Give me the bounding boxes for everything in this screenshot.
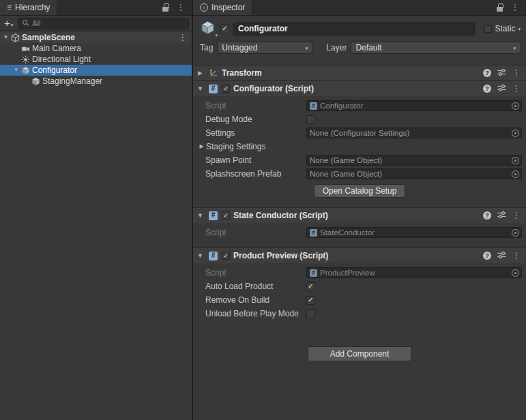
property-label: Unload Before Play Mode [205,309,306,318]
hierarchy-toolbar: + ▾ All [0,16,192,31]
component-enabled-checkbox[interactable]: ✓ [222,211,230,220]
add-component-button[interactable]: Add Component [308,346,412,361]
component-header-configurator-script[interactable]: ▼#✓Configurator (Script)? ⋮ [193,81,526,96]
script-icon: # [209,211,218,220]
object-field-value: ProductPreview [320,269,509,277]
property-value [306,115,522,124]
property-label: Settings [205,128,306,138]
inspector-tabbar-actions: ⋮ [490,0,526,15]
spawn-point-object-field[interactable]: None (Game Object) [306,155,522,166]
script-icon: # [310,229,317,237]
lock-icon[interactable] [162,7,169,12]
component-header-transform[interactable]: ▶ Transform? ⋮ [193,65,526,80]
static-checkbox[interactable] [484,25,492,33]
hierarchy-item-configurator[interactable]: ▼ Configurator [0,65,192,76]
presets-icon[interactable] [497,251,506,261]
foldout-arrow[interactable]: ▼ [196,253,205,259]
foldout-arrow[interactable]: ▼ [196,213,205,219]
hierarchy-search-input[interactable]: All [18,18,189,29]
property-label: Staging Settings [206,142,265,151]
tab-hierarchy[interactable]: ≡ Hierarchy [0,0,57,15]
component-header-actions: ? ⋮ [483,84,521,94]
script-object-field[interactable]: #StateConductor [306,227,522,238]
foldout-arrow[interactable]: ▼ [1,35,10,40]
debug-mode-checkbox[interactable] [306,115,315,124]
object-picker-icon[interactable] [512,229,519,237]
kebab-menu-icon[interactable]: ⋮ [512,252,521,260]
tag-dropdown[interactable]: Untagged ▾ [217,42,312,54]
hierarchy-item-main-camera[interactable]: Main Camera [0,43,192,54]
property-label: Auto Load Product [205,282,306,291]
auto-load-product-checkbox[interactable]: ✓ [306,282,315,291]
object-picker-icon[interactable] [512,269,519,277]
property-label: Script [205,101,306,110]
property-value: #ProductPreview [306,267,522,278]
help-icon[interactable]: ? [483,85,491,93]
foldout-arrow[interactable]: ▼ [12,68,20,73]
property-value: None (Configurator Settings) [306,127,522,138]
search-icon [22,19,29,27]
help-icon[interactable]: ? [483,211,491,220]
property-label: Script [205,268,306,278]
static-toggle[interactable]: Static ▾ [484,24,521,33]
object-picker-icon[interactable] [512,130,519,137]
foldout-arrow[interactable]: ▼ [196,86,205,92]
kebab-menu-icon[interactable]: ⋮ [512,69,521,77]
property-value: ✓ [306,282,522,291]
kebab-menu-icon[interactable]: ⋮ [177,3,185,12]
component-enabled-checkbox[interactable]: ✓ [222,85,230,93]
unload-before-play-mode-checkbox[interactable] [306,310,315,318]
component-header-state-conductor-script[interactable]: ▼#✓State Conductor (Script)? ⋮ [193,208,526,223]
tag-layer-row: Tag Untagged ▾ Layer Default ▾ [199,42,521,54]
gameobject-icon[interactable]: ▾ [199,20,216,37]
kebab-menu-icon[interactable]: ⋮ [512,211,521,220]
hierarchy-tab-icon: ≡ [7,3,12,12]
gameobject-name-row: ▾ ✓ Static ▾ [199,20,521,37]
create-object-button[interactable]: + ▾ [3,19,14,27]
component-title: State Conductor (Script) [233,211,328,220]
object-field-value: None (Game Object) [310,170,509,178]
script-icon: # [310,102,317,110]
tab-inspector[interactable]: i Inspector [193,0,252,15]
script-object-field[interactable]: #Configurator [306,100,522,111]
presets-icon[interactable] [497,211,506,221]
kebab-menu-icon[interactable]: ⋮ [512,85,521,93]
hierarchy-item-stagingmanager[interactable]: StagingManager [0,76,192,87]
script-icon: # [209,85,218,93]
object-picker-icon[interactable] [512,102,519,110]
hierarchy-item-directional-light[interactable]: Directional Light [0,54,192,65]
component-title: Product Preview (Script) [233,251,328,260]
presets-icon[interactable] [497,68,506,78]
kebab-menu-icon[interactable]: ⋮ [511,3,519,12]
script-object-field[interactable]: #ProductPreview [306,267,522,278]
foldout-arrow[interactable]: ▶ [197,144,206,149]
open-catalog-setup-button[interactable]: Open Catalog Setup [314,184,406,198]
static-label: Static [495,24,515,33]
object-picker-icon[interactable] [512,170,519,178]
gameobject-name-input[interactable] [233,22,475,35]
help-icon[interactable]: ? [483,252,491,260]
tab-hierarchy-label: Hierarchy [15,3,50,12]
hierarchy-item-samplescene[interactable]: ▼ SampleScene⋮ [0,32,192,43]
lock-icon[interactable] [497,7,503,12]
active-checkbox[interactable]: ✓ [220,25,229,33]
remove-on-build-checkbox[interactable]: ✓ [306,296,315,305]
presets-icon[interactable] [497,84,506,94]
layer-dropdown[interactable]: Default ▾ [351,42,521,54]
plus-icon: + [4,19,10,27]
inspector-panel: i Inspector ⋮ ▾ ✓ [193,0,526,420]
component-header-product-preview-script[interactable]: ▼#✓Product Preview (Script)? ⋮ [193,248,526,263]
component-enabled-checkbox[interactable]: ✓ [222,252,230,260]
object-picker-icon[interactable] [512,157,519,164]
help-icon[interactable]: ? [483,69,491,77]
layer-label: Layer [326,43,347,52]
add-component-row: Add Component [193,329,526,361]
foldout-arrow[interactable]: ▶ [196,70,205,76]
search-placeholder: All [32,19,40,27]
splashscreen-prefab-object-field[interactable]: None (Game Object) [306,168,522,179]
component-header-actions: ? ⋮ [483,251,521,261]
settings-object-field[interactable]: None (Configurator Settings) [306,127,522,138]
script-icon: # [208,251,218,261]
cube-icon [201,20,215,37]
kebab-menu-icon[interactable]: ⋮ [179,33,192,42]
